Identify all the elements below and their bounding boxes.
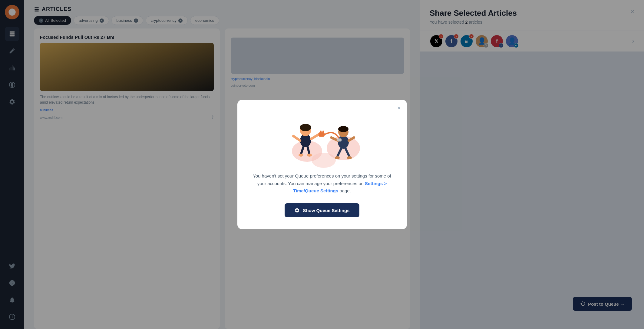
svg-line-16 xyxy=(311,135,319,139)
svg-point-24 xyxy=(338,135,349,149)
svg-line-15 xyxy=(293,136,300,141)
svg-point-11 xyxy=(312,153,336,168)
svg-point-20 xyxy=(307,154,312,157)
svg-point-19 xyxy=(299,154,303,157)
svg-point-14 xyxy=(300,124,311,131)
svg-point-32 xyxy=(347,156,352,159)
svg-point-26 xyxy=(338,126,348,132)
svg-rect-23 xyxy=(322,131,324,133)
queue-settings-modal: × xyxy=(237,100,407,229)
show-queue-settings-button[interactable]: Show Queue Settings xyxy=(285,203,359,217)
svg-rect-22 xyxy=(320,131,322,133)
modal-overlay[interactable]: × xyxy=(0,0,644,329)
modal-close-button[interactable]: × xyxy=(397,105,401,111)
svg-point-31 xyxy=(335,156,340,159)
modal-illustration xyxy=(277,112,368,172)
modal-body-text: You haven't set your Queue preferences o… xyxy=(252,172,392,195)
svg-rect-33 xyxy=(337,138,342,141)
svg-rect-21 xyxy=(319,132,325,137)
